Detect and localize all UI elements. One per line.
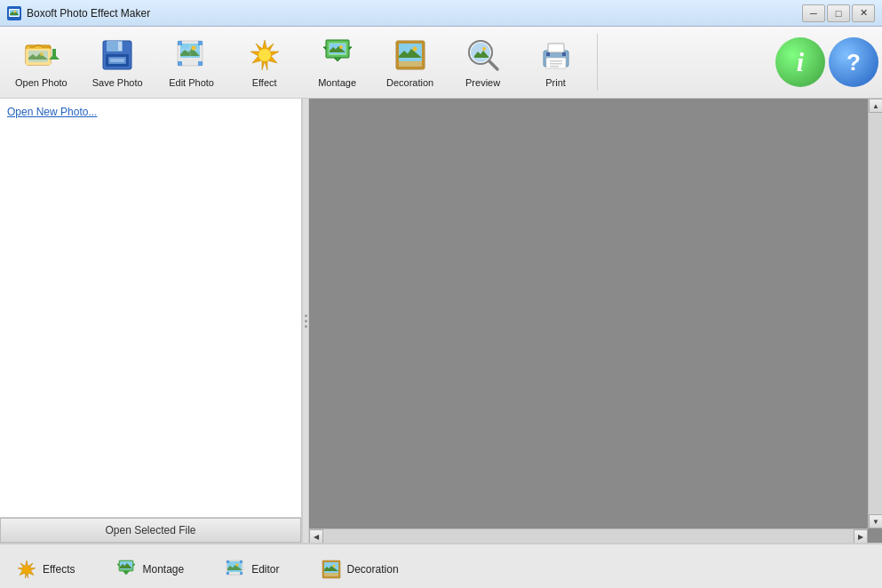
montage-tab-icon: [115, 559, 137, 580]
montage-button[interactable]: Montage: [302, 30, 373, 94]
title-bar: Boxoft Photo Effect Maker ─ □ ✕: [0, 0, 882, 27]
editor-tab-icon: [225, 559, 246, 580]
scroll-up-arrow[interactable]: ▲: [869, 99, 882, 113]
file-browser: Open New Photo...: [0, 99, 301, 518]
svg-rect-52: [550, 66, 559, 68]
tab-decoration[interactable]: Decoration: [314, 555, 406, 584]
help-button[interactable]: ?: [829, 37, 878, 87]
horizontal-scrollbar[interactable]: ◀ ▶: [309, 528, 868, 543]
maximize-button[interactable]: □: [827, 4, 850, 22]
decoration-button[interactable]: Decoration: [375, 30, 446, 94]
decoration-tab-icon: [321, 559, 342, 580]
svg-rect-49: [562, 52, 566, 56]
montage-tab-label: Montage: [142, 563, 184, 576]
edit-photo-button[interactable]: Edit Photo: [156, 30, 227, 94]
svg-marker-53: [18, 560, 36, 578]
title-bar-controls: ─ □ ✕: [802, 4, 875, 22]
save-photo-icon: [99, 36, 136, 74]
svg-point-42: [482, 47, 486, 51]
canvas-area: ▲ ▼ ◀ ▶: [309, 99, 882, 543]
edit-photo-label: Edit Photo: [169, 77, 214, 88]
effects-icon: [16, 559, 37, 580]
svg-point-66: [332, 564, 335, 567]
minimize-button[interactable]: ─: [802, 4, 825, 22]
scroll-left-arrow[interactable]: ◀: [309, 529, 323, 543]
svg-rect-47: [548, 44, 564, 52]
save-photo-button[interactable]: Save Photo: [81, 30, 155, 94]
svg-rect-38: [396, 41, 399, 69]
left-panel: Open New Photo... Open Selected File: [0, 99, 302, 543]
svg-rect-37: [396, 67, 425, 69]
main-content: Open New Photo... Open Selected File ▲ ▼…: [0, 99, 882, 543]
edit-photo-icon: [173, 36, 211, 74]
svg-rect-23: [178, 61, 182, 66]
scroll-right-arrow[interactable]: ▶: [854, 529, 868, 543]
svg-rect-15: [110, 59, 124, 62]
preview-button[interactable]: Preview: [448, 30, 519, 94]
svg-point-7: [40, 52, 44, 56]
svg-rect-60: [226, 560, 229, 563]
svg-rect-70: [338, 560, 340, 578]
montage-icon: [319, 36, 356, 74]
preview-label: Preview: [465, 77, 500, 88]
bottom-tabs: Effects Montage Edit: [0, 544, 882, 588]
save-photo-label: Save Photo: [92, 77, 143, 88]
decoration-icon: [392, 36, 429, 74]
scroll-track-v[interactable]: [869, 113, 882, 514]
effect-button[interactable]: Effect: [229, 30, 300, 94]
app-icon: [7, 6, 21, 20]
svg-rect-22: [198, 41, 203, 45]
scroll-track-h[interactable]: [323, 529, 854, 543]
close-button[interactable]: ✕: [852, 4, 875, 22]
decoration-tab-label: Decoration: [347, 563, 399, 576]
scroll-down-arrow[interactable]: ▼: [869, 514, 882, 528]
svg-point-27: [258, 49, 271, 61]
open-photo-icon: [22, 36, 60, 74]
svg-rect-69: [322, 560, 324, 578]
svg-point-35: [412, 47, 417, 52]
window-title: Boxoft Photo Effect Maker: [27, 7, 150, 20]
print-button[interactable]: Print: [520, 30, 592, 94]
effects-tab-label: Effects: [43, 563, 75, 576]
open-selected-file-button[interactable]: Open Selected File: [0, 518, 301, 543]
svg-rect-51: [550, 63, 562, 65]
panel-splitter[interactable]: [302, 99, 309, 543]
title-bar-left: Boxoft Photo Effect Maker: [7, 6, 150, 20]
svg-point-41: [471, 43, 490, 62]
print-label: Print: [545, 77, 566, 88]
info-button[interactable]: i: [775, 37, 825, 87]
effect-label: Effect: [252, 77, 277, 88]
tab-effects[interactable]: Effects: [9, 555, 82, 584]
splitter-handle: [305, 314, 307, 328]
editor-tab-label: Editor: [251, 563, 279, 576]
vertical-scrollbar[interactable]: ▲ ▼: [868, 99, 882, 528]
svg-rect-9: [52, 49, 56, 58]
svg-rect-67: [322, 560, 340, 562]
tab-montage[interactable]: Montage: [108, 555, 191, 584]
svg-rect-50: [550, 60, 562, 62]
svg-rect-12: [118, 42, 122, 51]
svg-point-59: [236, 563, 239, 566]
svg-rect-21: [178, 41, 182, 45]
print-icon: [537, 36, 575, 74]
svg-point-3: [14, 10, 16, 12]
montage-label: Montage: [318, 77, 356, 88]
svg-rect-63: [240, 572, 242, 575]
svg-point-32: [339, 45, 343, 49]
open-photo-button[interactable]: Open Photo: [4, 30, 79, 94]
open-new-photo-link[interactable]: Open New Photo...: [7, 106, 97, 118]
preview-icon: [465, 36, 502, 74]
svg-line-43: [489, 61, 497, 69]
tab-editor[interactable]: Editor: [218, 555, 286, 584]
effect-icon: [246, 36, 283, 74]
toolbar: Open Photo Save Photo: [0, 27, 882, 99]
toolbar-separator: [597, 34, 598, 91]
svg-rect-68: [322, 576, 340, 578]
open-photo-label: Open Photo: [15, 77, 68, 88]
svg-rect-36: [396, 41, 425, 44]
svg-rect-39: [422, 41, 425, 69]
decoration-label: Decoration: [386, 77, 433, 88]
svg-rect-62: [226, 572, 229, 575]
svg-rect-61: [240, 560, 242, 563]
svg-rect-48: [546, 52, 550, 56]
